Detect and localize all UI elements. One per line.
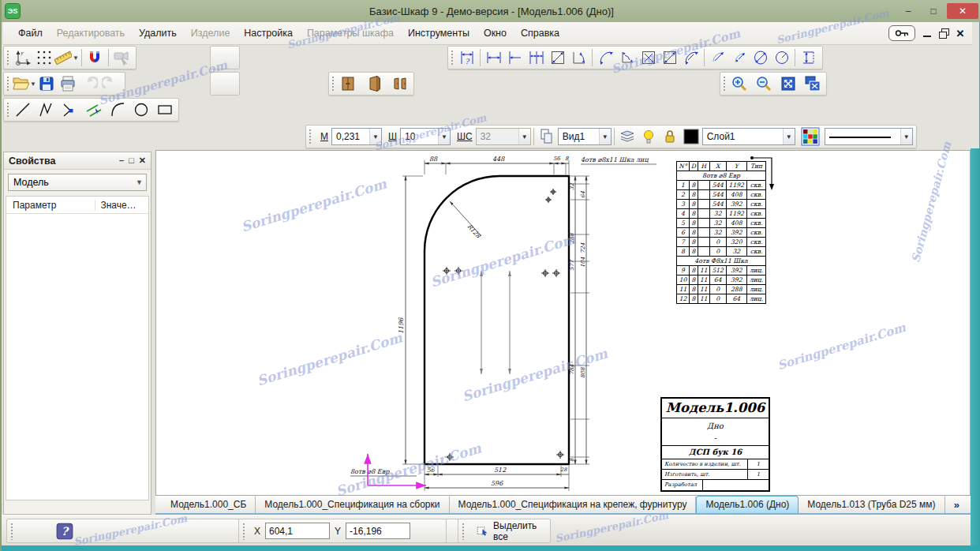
color-palette-icon[interactable]	[800, 126, 821, 147]
more-tabs-button[interactable]: »	[954, 499, 959, 513]
dim-auto-icon[interactable]: ?	[456, 47, 477, 68]
menu-5[interactable]: Настройка	[237, 24, 300, 42]
copy-sheet-icon[interactable]	[537, 126, 558, 147]
toolbar-grip[interactable]	[450, 49, 454, 66]
holes-cell: 288	[726, 285, 746, 294]
scale-combo[interactable]: 0,231▼	[331, 128, 382, 145]
dim-angle-arc-icon[interactable]	[568, 47, 589, 68]
help-button[interactable]: ?	[54, 521, 75, 542]
dropdown-caret-icon[interactable]: ▼	[30, 81, 36, 88]
close-button[interactable]: ✕	[947, 3, 978, 19]
grid-icon[interactable]	[33, 47, 54, 68]
arc-icon[interactable]	[107, 99, 128, 120]
document-tab[interactable]: Модель1.000_СБ	[162, 497, 256, 513]
ruler-icon[interactable]: ▼	[54, 47, 79, 68]
mdi-minimize-button[interactable]	[922, 28, 933, 39]
dropdown-caret-icon[interactable]: ▼	[73, 54, 79, 62]
dim-vertical-icon[interactable]	[798, 47, 819, 68]
dim-arc-corner-icon[interactable]	[595, 47, 616, 68]
dim-diameter-icon[interactable]	[750, 47, 771, 68]
chevron-down-icon: ▼	[518, 129, 530, 144]
menu-8[interactable]: Окно	[477, 24, 514, 42]
qty-in-product-label: Количество в изделии, шт.	[662, 459, 748, 469]
y-coordinate-input[interactable]	[346, 523, 410, 539]
layer-combo[interactable]: Слой1▼	[702, 128, 795, 145]
layers-icon[interactable]	[617, 126, 638, 147]
chevron-down-icon[interactable]: ▼	[783, 129, 795, 144]
menu-9[interactable]: Справка	[514, 24, 567, 42]
save-icon[interactable]	[36, 73, 58, 94]
dim-cross2-icon[interactable]	[659, 47, 680, 68]
dim-from-edge-icon[interactable]	[504, 47, 526, 68]
select-all-button[interactable]: Выделить все	[468, 520, 550, 542]
print-icon[interactable]	[58, 73, 79, 94]
panel-grip[interactable]	[10, 523, 14, 540]
menu-7[interactable]: Инструменты	[401, 24, 477, 42]
mdi-restore-button[interactable]	[938, 28, 949, 39]
dim-diameter2-icon[interactable]	[771, 47, 792, 68]
holes-cell: скв.	[747, 181, 766, 190]
toolbar-grip[interactable]	[331, 75, 335, 92]
panel-grip[interactable]	[242, 523, 246, 540]
circle-icon[interactable]	[130, 99, 151, 120]
polyline-icon[interactable]	[36, 99, 57, 120]
x-coordinate-input[interactable]	[265, 523, 330, 539]
view-combo[interactable]: Вид1▼	[558, 128, 612, 145]
document-tab[interactable]: Модель1.000_Спецификация на сборки	[256, 497, 449, 513]
dim-radius2-icon[interactable]	[728, 47, 750, 68]
document-tab[interactable]: Модель1.013 (Труба D25 мм)	[799, 497, 944, 513]
layer-visibility-bulb-icon[interactable]	[638, 126, 660, 147]
dim-corner-icon[interactable]	[616, 47, 638, 68]
open-folder-icon[interactable]: ▼	[12, 73, 36, 94]
extension-lines	[402, 160, 589, 491]
panel-maximize-button[interactable]: □	[129, 156, 134, 166]
cabinet-side-icon[interactable]	[363, 73, 384, 94]
line-style-combo[interactable]: ▼	[825, 128, 913, 145]
panel-minimize-button[interactable]: –	[119, 156, 124, 166]
cabinet-doors-icon[interactable]	[389, 73, 410, 94]
dim-chain-icon[interactable]	[526, 47, 547, 68]
line-width-combo[interactable]: 10▼	[400, 128, 451, 145]
license-key-button[interactable]	[888, 25, 915, 41]
dim-angle-box-icon[interactable]	[547, 47, 568, 68]
chevron-down-icon[interactable]: ▼	[599, 129, 611, 144]
chevron-down-icon[interactable]: ▼	[133, 178, 146, 186]
magnet-icon[interactable]	[84, 47, 106, 68]
rectangle-icon[interactable]	[154, 99, 175, 120]
toolbar-grip[interactable]	[6, 101, 9, 118]
minimize-button[interactable]: –	[896, 3, 920, 19]
zoom-in-icon[interactable]	[728, 73, 750, 94]
properties-target-combo[interactable]: Модель ▼	[8, 174, 147, 191]
chevron-down-icon[interactable]: ▼	[438, 129, 450, 144]
holes-cell: лиц.	[747, 285, 766, 294]
dim-arc-arrows-icon[interactable]	[680, 47, 701, 68]
snap-point-icon[interactable]	[59, 99, 80, 120]
dim-radius-icon[interactable]	[707, 47, 728, 68]
line-icon[interactable]	[12, 99, 33, 120]
toolbar-grip[interactable]	[6, 75, 9, 92]
toolbar-grip[interactable]	[308, 128, 312, 145]
panel-close-button[interactable]: ✕	[139, 156, 146, 166]
chevron-down-icon[interactable]: ▼	[369, 129, 381, 144]
chevron-down-icon[interactable]: ▼	[900, 129, 912, 144]
menu-3[interactable]: Удалить	[132, 24, 184, 42]
drawing-canvas[interactable]: 88 448 56 8 1196 56 512 28 596 32 64 288…	[155, 150, 971, 496]
zoom-out-icon[interactable]	[753, 73, 774, 94]
cabinet-front-icon[interactable]	[337, 73, 358, 94]
dim-cross-icon[interactable]	[638, 47, 659, 68]
toolbar-grip[interactable]	[6, 49, 9, 66]
panel-grip[interactable]	[462, 523, 465, 540]
zoom-fit-icon[interactable]	[777, 73, 799, 94]
parallel-line-icon[interactable]	[83, 99, 104, 120]
axes-icon[interactable]: yx	[12, 47, 33, 68]
document-tab[interactable]: Модель1.000_Спецификация на крепеж, фурн…	[450, 497, 697, 513]
menu-1[interactable]: Файл	[11, 24, 50, 42]
dim-horizontal-icon[interactable]	[483, 47, 504, 68]
mdi-close-button[interactable]: ✕	[955, 28, 966, 39]
maximize-button[interactable]: □	[922, 3, 945, 19]
document-tab[interactable]: Модель1.006 (Дно)	[696, 496, 799, 513]
layer-lock-icon[interactable]	[660, 126, 681, 147]
toolbar-grip[interactable]	[722, 75, 726, 92]
zoom-fit-all-icon[interactable]	[802, 73, 823, 94]
layer-color-swatch[interactable]	[681, 126, 702, 147]
